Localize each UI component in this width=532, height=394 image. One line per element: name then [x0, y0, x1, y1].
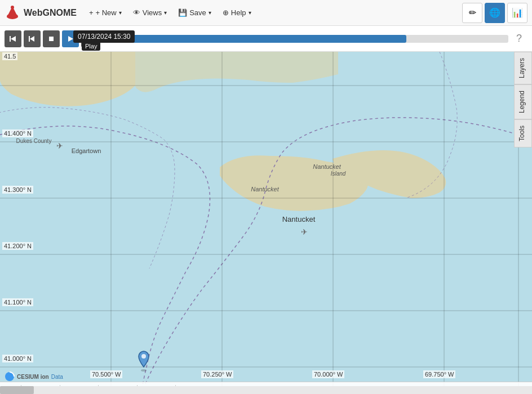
svg-point-2 — [11, 6, 14, 9]
new-caret-icon: ▾ — [119, 10, 122, 16]
lat-label-410: 41.000° N — [2, 355, 33, 362]
playbar-help-button[interactable]: ? — [511, 30, 527, 47]
svg-rect-6 — [29, 36, 30, 42]
navbar: WebGNOME + + New ▾ 👁 Views ▾ 💾 Save ▾ ⊕ … — [0, 0, 532, 26]
save-label: Save — [189, 8, 206, 17]
svg-text:Dukes County: Dukes County — [16, 138, 52, 144]
lat-label-413: 41.300° N — [2, 186, 33, 194]
datetime-tooltip: 07/13/2024 15:30 — [73, 30, 135, 43]
svg-text:Nantucket: Nantucket — [282, 215, 316, 223]
svg-marker-4 — [11, 36, 16, 42]
step-back-button[interactable] — [24, 30, 41, 47]
scroll-thumb[interactable] — [0, 386, 34, 394]
lat-label-412: 41.200° N — [2, 242, 33, 250]
skip-to-start-button[interactable] — [5, 30, 21, 47]
cesium-text: CESIUM ion — [17, 374, 49, 380]
svg-point-31 — [141, 354, 146, 359]
lat-label-414: 41.400° N — [2, 129, 33, 137]
help-label: Help — [231, 8, 246, 17]
step-back-icon — [29, 35, 36, 42]
pin-svg — [138, 350, 150, 368]
lat-label-411: 41.100° N — [2, 298, 33, 306]
webgnome-logo-icon — [5, 5, 20, 21]
progress-track — [100, 35, 508, 43]
lon-label-705: 70.500° W — [90, 370, 122, 378]
legend-tab[interactable]: Legend — [514, 84, 532, 119]
lon-label-7025: 70.250° W — [201, 370, 233, 378]
help-button[interactable]: ⊕ Help ▾ — [217, 5, 257, 20]
stop-icon — [48, 35, 55, 42]
playbar: 07/13/2024 15:30 Play ? — [0, 26, 532, 52]
save-caret-icon: ▾ — [209, 10, 211, 16]
globe-button[interactable]: 🌐 — [485, 3, 505, 23]
help-question-icon: ? — [516, 33, 522, 44]
cesium-data-link[interactable]: Data — [51, 374, 63, 380]
save-floppy-icon: 💾 — [178, 8, 187, 17]
svg-text:Nantucket: Nantucket — [313, 163, 341, 170]
progress-bar[interactable] — [100, 33, 508, 44]
app-title: WebGNOME — [24, 8, 77, 18]
pencil-button[interactable]: ✏ — [462, 3, 482, 23]
skip-start-icon — [10, 35, 16, 42]
play-label: Play — [82, 42, 100, 51]
lat-label-415: 41.5 — [2, 52, 17, 60]
views-eye-icon: 👁 — [133, 8, 140, 17]
chart-button[interactable]: 📊 — [507, 3, 527, 23]
chart-icon: 📊 — [512, 7, 523, 18]
views-label: Views — [143, 8, 162, 17]
help-caret-icon: ▾ — [249, 10, 251, 16]
help-icon: ⊕ — [223, 8, 229, 17]
progress-fill — [100, 35, 406, 43]
layers-tab[interactable]: Layers — [514, 52, 532, 84]
svg-marker-5 — [30, 36, 34, 42]
save-button[interactable]: 💾 Save ▾ — [172, 5, 217, 20]
horizontal-scrollbar[interactable] — [0, 386, 532, 394]
cesium-logo: CESIUM ion Data — [5, 371, 63, 382]
map-pin — [138, 350, 150, 371]
globe-icon: 🌐 — [489, 7, 500, 18]
lon-label-700: 70.000° W — [312, 370, 344, 378]
new-button[interactable]: + + New ▾ — [83, 5, 127, 20]
pin-shadow — [141, 369, 147, 371]
lon-label-6975: 69.750° W — [423, 370, 455, 378]
tools-tab[interactable]: Tools — [514, 119, 532, 147]
map-svg: Nantucket Nantucket Island Nantucket Edg… — [0, 52, 532, 394]
svg-rect-7 — [49, 37, 54, 41]
svg-text:Island: Island — [331, 171, 346, 177]
svg-marker-8 — [68, 36, 73, 42]
views-button[interactable]: 👁 Views ▾ — [127, 5, 172, 20]
side-tabs: Layers Legend Tools — [514, 52, 532, 394]
stop-button[interactable] — [43, 30, 60, 47]
svg-rect-3 — [10, 36, 11, 42]
svg-text:Nantucket: Nantucket — [251, 186, 279, 192]
new-plus-icon: + — [89, 8, 94, 17]
map-container[interactable]: Nantucket Nantucket Island Nantucket Edg… — [0, 52, 532, 394]
svg-text:Edgartown: Edgartown — [72, 147, 101, 154]
app-logo: WebGNOME — [5, 5, 77, 21]
cesium-icon — [5, 371, 15, 382]
pencil-icon: ✏ — [469, 7, 476, 18]
svg-text:✈: ✈ — [301, 227, 308, 236]
svg-text:✈: ✈ — [56, 141, 63, 150]
new-label: + New — [96, 8, 117, 17]
views-caret-icon: ▾ — [164, 10, 167, 16]
